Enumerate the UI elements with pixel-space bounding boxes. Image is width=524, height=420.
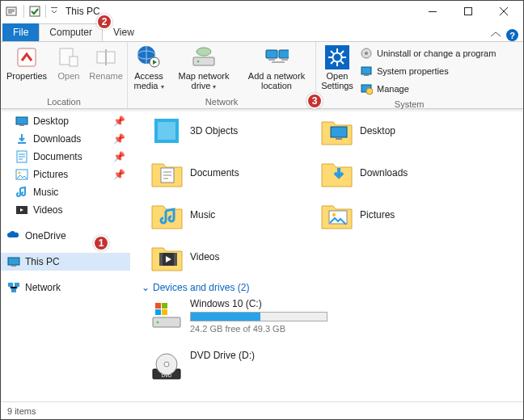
open-label: Open: [58, 71, 80, 81]
onedrive-label: OneDrive: [25, 230, 66, 242]
videos-big-icon: [150, 240, 184, 274]
svg-point-58: [164, 362, 169, 367]
close-button[interactable]: [486, 1, 522, 22]
svg-rect-49: [174, 253, 177, 266]
open-button[interactable]: Open: [51, 44, 87, 82]
section-devices-header[interactable]: ⌄ Devices and drives (2): [142, 282, 520, 293]
folder-item[interactable]: Downloads: [319, 154, 473, 191]
sidebar-item-downloads[interactable]: Downloads📌: [1, 130, 130, 148]
manage-button[interactable]: Manage: [360, 81, 496, 97]
qat-check-icon[interactable]: [29, 6, 40, 17]
downloads-big-icon: [319, 156, 353, 190]
folder-item[interactable]: Desktop: [319, 112, 473, 149]
add-network-location-icon: [264, 45, 289, 69]
sidebar-item-documents[interactable]: Documents📌: [1, 148, 130, 166]
uninstall-button[interactable]: Uninstall or change a program: [360, 45, 496, 61]
system-properties-button[interactable]: System properties: [360, 63, 496, 79]
help-icon[interactable]: ?: [506, 29, 518, 41]
chevron-down-icon: ▾: [161, 83, 164, 90]
svg-point-46: [332, 213, 336, 216]
nav-tree: Desktop📌Downloads📌Documents📌Pictures📌Mus…: [1, 109, 130, 401]
folder-label: Downloads: [360, 167, 408, 178]
sidebar-item-label: Music: [33, 187, 58, 198]
drive-name: Windows 10 (C:): [190, 298, 328, 309]
3d-icon: [150, 114, 184, 148]
tab-computer[interactable]: Computer: [39, 23, 103, 41]
minimize-ribbon-icon[interactable]: [490, 30, 501, 41]
svg-rect-42: [331, 127, 347, 137]
svg-rect-36: [11, 265, 16, 267]
access-media-label: Access media ▾: [133, 71, 165, 92]
group-system-label: System: [316, 99, 502, 111]
qat-dropdown-icon[interactable]: [51, 6, 59, 17]
map-network-drive-icon: [192, 45, 216, 69]
drive-item[interactable]: Windows 10 (C:)24.2 GB free of 49.3 GB: [150, 298, 328, 334]
svg-rect-30: [18, 142, 26, 144]
folder-label: Music: [190, 209, 215, 220]
windisk-icon: [150, 298, 184, 332]
svg-rect-18: [268, 58, 275, 61]
svg-rect-1: [30, 6, 40, 16]
svg-rect-35: [8, 258, 19, 265]
network-label: Network: [25, 282, 61, 293]
drive-item[interactable]: DVDDVD Drive (D:): [150, 350, 328, 384]
folder-label: Documents: [190, 167, 239, 178]
folder-item[interactable]: Videos: [150, 238, 303, 275]
svg-text:DVD: DVD: [162, 373, 172, 378]
open-settings-label: Open Settings: [321, 71, 353, 90]
svg-rect-54: [155, 309, 161, 315]
sidebar-item-desktop[interactable]: Desktop📌: [1, 112, 130, 130]
rename-icon: [94, 45, 118, 69]
dvd-icon: DVD: [150, 350, 184, 384]
svg-rect-53: [162, 303, 167, 309]
network-icon: [7, 281, 20, 294]
svg-rect-25: [364, 74, 369, 76]
ribbon-tabs: File Computer View ?: [1, 22, 523, 41]
music-icon: [15, 186, 28, 199]
sidebar-item-label: Desktop: [33, 116, 69, 127]
rename-button[interactable]: Rename: [88, 44, 124, 82]
sidebar-item-onedrive[interactable]: OneDrive: [1, 227, 130, 245]
chevron-down-icon: ▾: [213, 83, 216, 90]
sidebar-item-music[interactable]: Music: [1, 183, 130, 201]
svg-rect-3: [429, 11, 437, 12]
folder-item[interactable]: Documents: [150, 154, 303, 191]
qat-back-icon[interactable]: [6, 5, 19, 18]
sidebar-item-network[interactable]: Network: [1, 279, 130, 296]
svg-rect-52: [155, 303, 161, 309]
svg-rect-19: [281, 58, 288, 61]
svg-point-27: [366, 88, 373, 94]
add-network-location-button[interactable]: Add a network location: [241, 44, 312, 92]
annotation-3: 3: [306, 93, 323, 109]
svg-rect-4: [465, 8, 472, 15]
folder-item[interactable]: Pictures: [319, 196, 473, 233]
ribbon: Properties Open Rename Location Access m…: [1, 41, 523, 109]
sidebar-item-this-pc[interactable]: This PC: [1, 253, 130, 271]
properties-button[interactable]: Properties: [4, 44, 49, 82]
map-network-drive-label: Map network drive ▾: [170, 71, 238, 92]
minimize-button[interactable]: [415, 1, 450, 22]
this-pc-icon: [7, 255, 20, 268]
open-settings-button[interactable]: Open Settings: [319, 44, 355, 92]
add-network-location-label: Add a network location: [243, 71, 311, 90]
maximize-button[interactable]: [450, 1, 486, 22]
tab-file[interactable]: File: [2, 23, 39, 41]
folder-label: Pictures: [360, 209, 395, 220]
videos-icon: [15, 204, 28, 216]
drive-capacity-bar: [190, 312, 328, 321]
pin-icon: 📌: [113, 151, 125, 162]
folder-item[interactable]: Music: [150, 196, 303, 233]
group-location-label: Location: [1, 96, 127, 108]
status-bar: 9 items: [1, 401, 523, 419]
map-network-drive-button[interactable]: Map network drive ▾: [168, 44, 239, 94]
svg-rect-48: [159, 253, 163, 266]
sidebar-item-videos[interactable]: Videos: [1, 201, 130, 219]
folder-item[interactable]: 3D Objects: [150, 112, 303, 149]
svg-rect-24: [361, 67, 371, 74]
sidebar-item-pictures[interactable]: Pictures📌: [1, 166, 130, 183]
access-media-button[interactable]: Access media ▾: [131, 44, 167, 94]
window-title: This PC: [66, 6, 100, 17]
svg-point-14: [197, 61, 200, 63]
chevron-down-icon: ⌄: [142, 282, 150, 293]
this-pc-label: This PC: [25, 256, 60, 267]
